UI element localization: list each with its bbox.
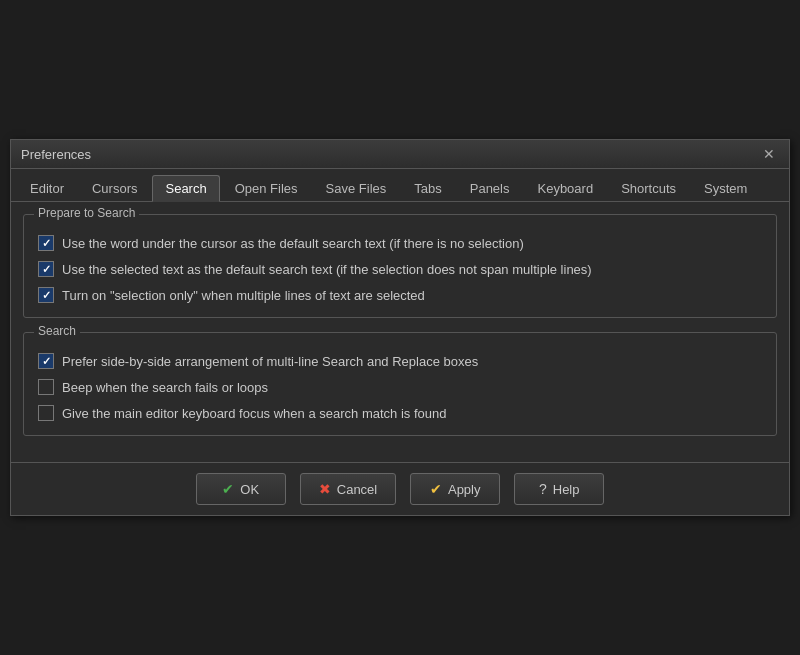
checkbox-use-word-under-cursor[interactable]: ✓ bbox=[38, 235, 54, 251]
content-area: Prepare to Search✓Use the word under the… bbox=[11, 202, 789, 462]
tab-panels[interactable]: Panels bbox=[457, 175, 523, 201]
group-search: Search✓Prefer side-by-side arrangement o… bbox=[23, 332, 777, 436]
apply-icon: ✔ bbox=[430, 481, 442, 497]
footer: ✔ OK ✖ Cancel ✔ Apply ? Help bbox=[11, 462, 789, 515]
checkbox-beep-when-search-fails[interactable] bbox=[38, 379, 54, 395]
cancel-button[interactable]: ✖ Cancel bbox=[300, 473, 396, 505]
checkbox-row-turn-on-selection-only: ✓Turn on "selection only" when multiple … bbox=[38, 287, 762, 303]
help-label: Help bbox=[553, 482, 580, 497]
tab-bar: EditorCursorsSearchOpen FilesSave FilesT… bbox=[11, 169, 789, 202]
ok-label: OK bbox=[240, 482, 259, 497]
tab-open-files[interactable]: Open Files bbox=[222, 175, 311, 201]
checkbox-row-prefer-side-by-side: ✓Prefer side-by-side arrangement of mult… bbox=[38, 353, 762, 369]
tab-save-files[interactable]: Save Files bbox=[313, 175, 400, 201]
tab-editor[interactable]: Editor bbox=[17, 175, 77, 201]
checkbox-label-turn-on-selection-only: Turn on "selection only" when multiple l… bbox=[62, 288, 425, 303]
tab-shortcuts[interactable]: Shortcuts bbox=[608, 175, 689, 201]
checkbox-row-give-main-editor-focus: Give the main editor keyboard focus when… bbox=[38, 405, 762, 421]
help-icon: ? bbox=[539, 481, 547, 497]
tab-tabs[interactable]: Tabs bbox=[401, 175, 454, 201]
tab-keyboard[interactable]: Keyboard bbox=[524, 175, 606, 201]
close-button[interactable]: ✕ bbox=[759, 146, 779, 162]
checkbox-give-main-editor-focus[interactable] bbox=[38, 405, 54, 421]
apply-label: Apply bbox=[448, 482, 481, 497]
window-title: Preferences bbox=[21, 147, 91, 162]
cancel-icon: ✖ bbox=[319, 481, 331, 497]
tab-cursors[interactable]: Cursors bbox=[79, 175, 151, 201]
title-bar: Preferences ✕ bbox=[11, 140, 789, 169]
checkbox-label-prefer-side-by-side: Prefer side-by-side arrangement of multi… bbox=[62, 354, 478, 369]
checkbox-label-beep-when-search-fails: Beep when the search fails or loops bbox=[62, 380, 268, 395]
checkbox-prefer-side-by-side[interactable]: ✓ bbox=[38, 353, 54, 369]
checkbox-turn-on-selection-only[interactable]: ✓ bbox=[38, 287, 54, 303]
checkbox-use-selected-text[interactable]: ✓ bbox=[38, 261, 54, 277]
help-button[interactable]: ? Help bbox=[514, 473, 604, 505]
checkbox-label-use-selected-text: Use the selected text as the default sea… bbox=[62, 262, 592, 277]
group-label-search: Search bbox=[34, 324, 80, 338]
cancel-label: Cancel bbox=[337, 482, 377, 497]
tab-system[interactable]: System bbox=[691, 175, 760, 201]
checkbox-label-use-word-under-cursor: Use the word under the cursor as the def… bbox=[62, 236, 524, 251]
checkbox-row-use-selected-text: ✓Use the selected text as the default se… bbox=[38, 261, 762, 277]
group-label-prepare-to-search: Prepare to Search bbox=[34, 206, 139, 220]
ok-icon: ✔ bbox=[222, 481, 234, 497]
apply-button[interactable]: ✔ Apply bbox=[410, 473, 500, 505]
group-prepare-to-search: Prepare to Search✓Use the word under the… bbox=[23, 214, 777, 318]
checkbox-label-give-main-editor-focus: Give the main editor keyboard focus when… bbox=[62, 406, 446, 421]
tab-search[interactable]: Search bbox=[152, 175, 219, 202]
preferences-window: Preferences ✕ EditorCursorsSearchOpen Fi… bbox=[10, 139, 790, 516]
checkbox-row-use-word-under-cursor: ✓Use the word under the cursor as the de… bbox=[38, 235, 762, 251]
checkbox-row-beep-when-search-fails: Beep when the search fails or loops bbox=[38, 379, 762, 395]
ok-button[interactable]: ✔ OK bbox=[196, 473, 286, 505]
